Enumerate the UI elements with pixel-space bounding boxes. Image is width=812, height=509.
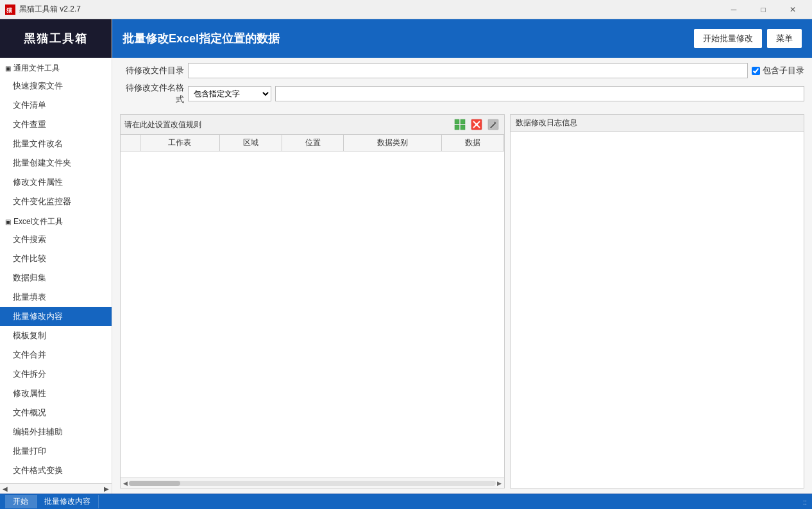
resize-icon: :: <box>803 498 807 506</box>
edit-icon <box>487 119 499 130</box>
sidebar-group-general: ▣ 通用文件工具 快速搜索文件 文件清单 文件查重 批量文件改名 批量创建文件夹 <box>0 60 112 211</box>
dir-label: 待修改文件目录 <box>120 65 184 76</box>
main-content: 批量修改Excel指定位置的数据 开始批量修改 菜单 待修改文件目录 包含子目录… <box>112 19 812 494</box>
form-row-dir: 待修改文件目录 包含子目录 <box>120 63 804 78</box>
svg-rect-3 <box>461 119 465 124</box>
edit-rule-button[interactable] <box>486 117 500 132</box>
sidebar-item-file-search[interactable]: 文件搜索 <box>0 230 112 249</box>
start-batch-modify-button[interactable]: 开始批量修改 <box>694 29 762 48</box>
hscroll-thumb[interactable] <box>129 481 180 486</box>
sidebar-item-format-convert[interactable]: 文件格式变换 <box>0 461 112 480</box>
sidebar-item-modify-attr[interactable]: 修改文件属性 <box>0 173 112 192</box>
svg-rect-4 <box>455 125 459 130</box>
svg-text:猫: 猫 <box>6 7 13 13</box>
sidebar-scroll-left[interactable]: ◀ <box>3 485 8 492</box>
sidebar-item-file-overview[interactable]: 文件概况 <box>0 403 112 422</box>
sidebar-item-file-merge[interactable]: 文件合并 <box>0 345 112 365</box>
hscroll-track[interactable] <box>129 481 496 486</box>
sidebar-item-file-list[interactable]: 文件清单 <box>0 96 112 115</box>
menu-button[interactable]: 菜单 <box>767 29 802 48</box>
col-position: 位置 <box>282 135 344 151</box>
sidebar-group-excel-title[interactable]: ▣ Excel文件工具 <box>0 214 112 230</box>
delete-rule-button[interactable] <box>469 117 484 132</box>
main-header: 批量修改Excel指定位置的数据 开始批量修改 菜单 <box>112 19 812 58</box>
format-text-input[interactable] <box>275 86 804 101</box>
titlebar-left: 猫 黑猫工具箱 v2.2.7 <box>5 4 81 15</box>
include-subdir-text: 包含子目录 <box>763 65 804 76</box>
sidebar-item-batch-rename[interactable]: 批量文件改名 <box>0 134 112 153</box>
table-section: 请在此处设置改值规则 <box>112 114 812 494</box>
main-title: 批量修改Excel指定位置的数据 <box>123 31 280 46</box>
group-arrow-general: ▣ <box>5 65 11 72</box>
delete-icon <box>471 119 482 130</box>
app-body: 黑猫工具箱 ▣ 通用文件工具 快速搜索文件 文件清单 文件查重 批量 <box>0 19 812 494</box>
sidebar-item-modify-props[interactable]: 修改属性 <box>0 384 112 403</box>
rules-table-container: 请在此处设置改值规则 <box>120 114 505 488</box>
log-header: 数据修改日志信息 <box>511 115 804 132</box>
sidebar-item-batch-print[interactable]: 批量打印 <box>0 442 112 461</box>
sidebar-scroll-right[interactable]: ▶ <box>104 485 109 492</box>
hscroll-right-arrow[interactable]: ▶ <box>496 480 503 487</box>
form-area: 待修改文件目录 包含子目录 待修改文件名格式 包含指定文字 精确匹配 正则表达式 <box>112 58 812 114</box>
svg-rect-2 <box>455 119 459 124</box>
sidebar-bottom-scrollbar: ◀ ▶ <box>0 483 112 494</box>
sidebar-item-batch-create-folder[interactable]: 批量创建文件夹 <box>0 153 112 173</box>
rules-table: 工作表 区域 位置 数据类别 数据 <box>121 135 504 151</box>
col-worksheet: 工作表 <box>140 135 220 151</box>
table-horizontal-scrollbar[interactable]: ◀ ▶ <box>121 478 504 488</box>
hscroll-left-arrow[interactable]: ◀ <box>122 480 129 487</box>
sidebar-item-template-copy[interactable]: 模板复制 <box>0 326 112 345</box>
log-section: 数据修改日志信息 <box>510 114 804 488</box>
rules-table-wrapper: 工作表 区域 位置 数据类别 数据 <box>121 135 504 478</box>
dir-input[interactable] <box>188 63 748 78</box>
titlebar-controls: ─ □ ✕ <box>720 3 807 17</box>
sidebar-group-general-label: 通用文件工具 <box>13 63 60 74</box>
sidebar-group-excel: ▣ Excel文件工具 文件搜索 文件比较 数据归集 批量填表 批量修改内容 <box>0 214 112 480</box>
table-toolbar-label: 请在此处设置改值规则 <box>124 119 450 130</box>
col-region: 区域 <box>220 135 282 151</box>
sidebar-item-data-collect[interactable]: 数据归集 <box>0 268 112 288</box>
sidebar-item-edit-helper[interactable]: 编辑外挂辅助 <box>0 422 112 442</box>
status-tab-batch-modify[interactable]: 批量修改内容 <box>37 495 99 508</box>
add-rule-button[interactable] <box>453 117 467 132</box>
table-header-row: 工作表 区域 位置 数据类别 数据 <box>121 135 504 151</box>
format-select[interactable]: 包含指定文字 精确匹配 正则表达式 <box>188 86 271 101</box>
app-icon: 猫 <box>5 4 15 15</box>
close-button[interactable]: ✕ <box>779 3 807 17</box>
minimize-button[interactable]: ─ <box>720 3 748 17</box>
sidebar-item-file-split[interactable]: 文件拆分 <box>0 365 112 384</box>
sidebar-item-file-compare[interactable]: 文件比较 <box>0 249 112 268</box>
status-tab-start[interactable]: 开始 <box>5 495 37 508</box>
sidebar-header: 黑猫工具箱 <box>0 19 112 58</box>
sidebar-item-quick-search[interactable]: 快速搜索文件 <box>0 76 112 96</box>
titlebar: 猫 黑猫工具箱 v2.2.7 ─ □ ✕ <box>0 0 812 19</box>
group-arrow-excel: ▣ <box>5 218 11 225</box>
log-body <box>511 132 804 488</box>
form-row-format: 待修改文件名格式 包含指定文字 精确匹配 正则表达式 <box>120 82 804 105</box>
include-subdir-label: 包含子目录 <box>752 65 804 76</box>
grid-add-icon <box>454 119 466 130</box>
sidebar-item-file-monitor[interactable]: 文件变化监控器 <box>0 192 112 211</box>
col-datatype: 数据类别 <box>344 135 442 151</box>
col-data: 数据 <box>442 135 504 151</box>
sidebar-item-batch-modify[interactable]: 批量修改内容 <box>0 307 112 326</box>
sidebar: 黑猫工具箱 ▣ 通用文件工具 快速搜索文件 文件清单 文件查重 批量 <box>0 19 112 494</box>
include-subdir-checkbox[interactable] <box>752 67 760 75</box>
sidebar-group-general-title[interactable]: ▣ 通用文件工具 <box>0 60 112 76</box>
maximize-button[interactable]: □ <box>749 3 777 17</box>
format-label: 待修改文件名格式 <box>120 82 184 105</box>
header-buttons: 开始批量修改 菜单 <box>694 29 802 48</box>
status-bar: 开始 批量修改内容 :: <box>0 494 812 509</box>
sidebar-title: 黑猫工具箱 <box>24 31 88 46</box>
col-index <box>121 135 140 151</box>
svg-rect-5 <box>461 125 465 130</box>
sidebar-content: ▣ 通用文件工具 快速搜索文件 文件清单 文件查重 批量文件改名 批量创建文件夹 <box>0 58 112 483</box>
sidebar-group-excel-label: Excel文件工具 <box>13 216 63 227</box>
titlebar-title: 黑猫工具箱 v2.2.7 <box>19 4 81 15</box>
sidebar-item-file-dedup[interactable]: 文件查重 <box>0 115 112 134</box>
table-toolbar: 请在此处设置改值规则 <box>121 115 504 135</box>
sidebar-item-batch-fill[interactable]: 批量填表 <box>0 288 112 307</box>
